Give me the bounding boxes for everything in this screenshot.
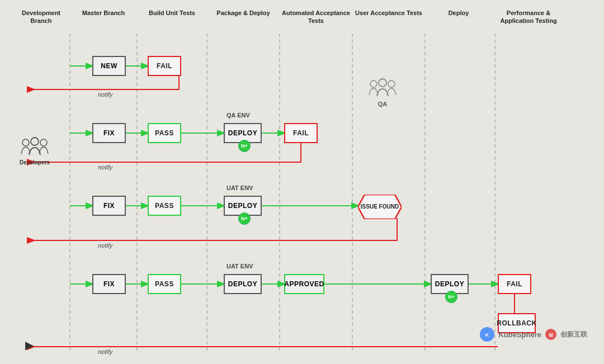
notify-text-row1: notify: [98, 91, 112, 98]
notify-text-row3: notify: [98, 242, 112, 249]
svg-point-25: [22, 139, 29, 146]
uat-env-label-row3: UAT ENV: [226, 185, 253, 191]
arrows-row2: [6, 34, 598, 352]
box-fail-row1: FAIL: [148, 56, 181, 76]
svg-point-28: [370, 81, 377, 87]
header-perf-testing: Performance & Application Testing: [492, 9, 565, 25]
header-package-deploy: Package & Deploy: [207, 9, 280, 25]
arrows-row4: [6, 34, 598, 352]
header-deploy: Deploy: [425, 9, 492, 25]
nplus-badge-row2: N+: [238, 140, 251, 152]
diagram-container: Development Branch Master Branch Build U…: [6, 6, 598, 357]
dashed-lines: [6, 34, 598, 352]
notify-text-row4: notify: [98, 348, 112, 355]
svg-point-27: [40, 139, 47, 146]
box-fail-row4: FAIL: [498, 274, 531, 294]
issue-found-box: ISSUE FOUND: [358, 195, 402, 219]
qa-env-label: QA ENV: [226, 112, 250, 119]
svg-point-26: [31, 138, 39, 145]
nplus-badge-row3: N+: [238, 212, 251, 225]
box-fix-row4: FIX: [92, 274, 126, 294]
header-uat: User Acceptance Tests: [352, 9, 425, 25]
arrows-row3: [6, 34, 598, 352]
box-pass-row3: PASS: [148, 196, 181, 216]
svg-point-29: [379, 79, 386, 87]
box-deploy-uat-row4: DEPLOY: [224, 274, 262, 294]
svg-text:K: K: [485, 332, 489, 338]
box-new-row1: NEW: [92, 56, 126, 76]
header-dev-branch: Development Branch: [6, 9, 70, 25]
qa-icon: QA: [368, 78, 397, 107]
notify-text-row2: notify: [98, 164, 112, 171]
svg-point-30: [388, 81, 395, 87]
box-fail-row2: FAIL: [284, 123, 318, 143]
box-pass-row2: PASS: [148, 123, 181, 143]
nplus-badge-row4: N+: [445, 291, 457, 303]
header-master-branch: Master Branch: [70, 9, 137, 25]
box-pass-row4: PASS: [148, 274, 181, 294]
cursor-icon: ▶: [25, 338, 34, 352]
column-headers: Development Branch Master Branch Build U…: [6, 9, 598, 25]
header-automated-tests: Automated Acceptance Tests: [280, 9, 352, 25]
box-fix-row3: FIX: [92, 196, 126, 216]
box-approved-row4: APPROVED: [284, 274, 324, 294]
uat-env-label-row4: UAT ENV: [226, 263, 253, 270]
arrows-row1: [6, 34, 598, 352]
svg-text:创: 创: [548, 333, 553, 338]
watermark: K KubeSphere 创 创新互联: [479, 327, 587, 342]
box-fix-row2: FIX: [92, 123, 126, 143]
developers-icon: Developers: [20, 137, 50, 166]
header-build-unit-tests: Build Unit Tests: [137, 9, 207, 25]
flow-area: NEW FAIL notify QA ENV: [6, 34, 598, 352]
